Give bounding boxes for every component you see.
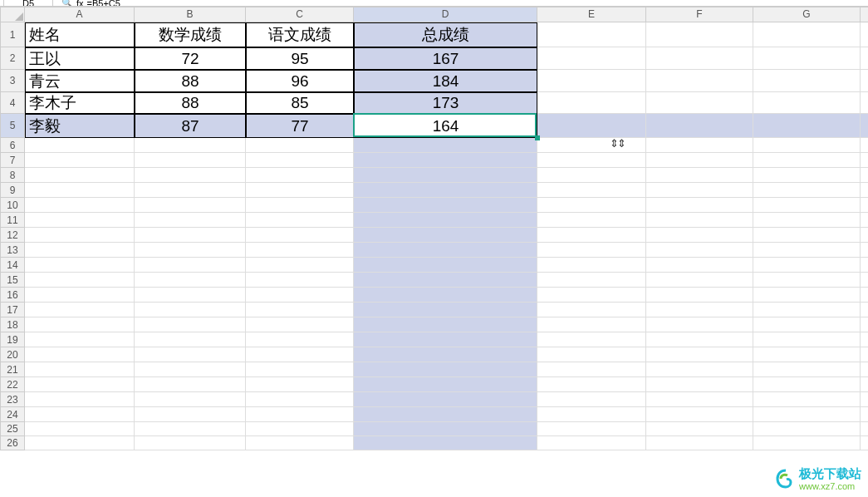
- cell-B3[interactable]: 88: [135, 70, 246, 92]
- cell-E24[interactable]: [537, 407, 646, 422]
- cell-D22[interactable]: [354, 377, 537, 392]
- cell-B18[interactable]: [135, 317, 246, 332]
- cell-E7[interactable]: [537, 153, 646, 168]
- cell-G14[interactable]: [753, 258, 861, 273]
- row-header-11[interactable]: 11: [0, 213, 25, 228]
- spreadsheet-grid[interactable]: ABCDEFGH 1234567891011121314151617181920…: [0, 7, 868, 450]
- cell-C26[interactable]: [246, 436, 354, 450]
- cell-G4[interactable]: [753, 92, 861, 114]
- cell-B21[interactable]: [135, 362, 246, 377]
- cell-G10[interactable]: [753, 198, 861, 213]
- cell-F7[interactable]: [646, 153, 753, 168]
- cell-E25[interactable]: [537, 422, 646, 436]
- cell-C13[interactable]: [246, 243, 354, 258]
- cell-E9[interactable]: [537, 183, 646, 198]
- cell-A12[interactable]: [25, 228, 135, 243]
- cell-D10[interactable]: [354, 198, 537, 213]
- cell-A10[interactable]: [25, 198, 135, 213]
- cell-H15[interactable]: [861, 273, 868, 288]
- cell-B20[interactable]: [135, 347, 246, 362]
- cell-H19[interactable]: [861, 332, 868, 347]
- name-box[interactable]: D5: [3, 0, 53, 7]
- cell-E12[interactable]: [537, 228, 646, 243]
- cell-D8[interactable]: [354, 168, 537, 183]
- cell-D26[interactable]: [354, 436, 537, 450]
- cell-A16[interactable]: [25, 288, 135, 303]
- row-header-14[interactable]: 14: [0, 258, 25, 273]
- cell-A19[interactable]: [25, 332, 135, 347]
- cell-D17[interactable]: [354, 303, 537, 317]
- cell-C25[interactable]: [246, 422, 354, 436]
- row-header-4[interactable]: 4: [0, 92, 25, 114]
- cell-B16[interactable]: [135, 288, 246, 303]
- cell-C21[interactable]: [246, 362, 354, 377]
- col-header-E[interactable]: E: [537, 7, 646, 22]
- cell-E3[interactable]: [537, 70, 646, 92]
- col-header-F[interactable]: F: [646, 7, 753, 22]
- cell-H6[interactable]: [861, 138, 868, 153]
- cell-E20[interactable]: [537, 347, 646, 362]
- cell-C12[interactable]: [246, 228, 354, 243]
- row-header-15[interactable]: 15: [0, 273, 25, 288]
- cell-B1[interactable]: 数学成绩: [135, 22, 246, 47]
- cell-C24[interactable]: [246, 407, 354, 422]
- cell-D20[interactable]: [354, 347, 537, 362]
- cell-B25[interactable]: [135, 422, 246, 436]
- cell-D23[interactable]: [354, 392, 537, 407]
- cell-C6[interactable]: [246, 138, 354, 153]
- cell-G15[interactable]: [753, 273, 861, 288]
- cell-A17[interactable]: [25, 303, 135, 317]
- cell-A14[interactable]: [25, 258, 135, 273]
- cell-H12[interactable]: [861, 228, 868, 243]
- cell-H26[interactable]: [861, 436, 868, 450]
- cell-G12[interactable]: [753, 228, 861, 243]
- cell-D3[interactable]: 184: [354, 70, 537, 92]
- cell-H8[interactable]: [861, 168, 868, 183]
- cell-A24[interactable]: [25, 407, 135, 422]
- cell-F8[interactable]: [646, 168, 753, 183]
- cell-F22[interactable]: [646, 377, 753, 392]
- cell-G8[interactable]: [753, 168, 861, 183]
- cell-B19[interactable]: [135, 332, 246, 347]
- cell-D14[interactable]: [354, 258, 537, 273]
- cell-C23[interactable]: [246, 392, 354, 407]
- cell-A22[interactable]: [25, 377, 135, 392]
- cell-D4[interactable]: 173: [354, 92, 537, 114]
- cell-B15[interactable]: [135, 273, 246, 288]
- row-header-9[interactable]: 9: [0, 183, 25, 198]
- cell-H14[interactable]: [861, 258, 868, 273]
- cell-F2[interactable]: [646, 47, 753, 70]
- cell-A3[interactable]: 青云: [25, 70, 135, 92]
- cell-H18[interactable]: [861, 317, 868, 332]
- cell-G25[interactable]: [753, 422, 861, 436]
- cell-F3[interactable]: [646, 70, 753, 92]
- row-header-23[interactable]: 23: [0, 392, 25, 407]
- cell-H4[interactable]: [861, 92, 868, 114]
- cell-E19[interactable]: [537, 332, 646, 347]
- cell-G26[interactable]: [753, 436, 861, 450]
- row-header-12[interactable]: 12: [0, 228, 25, 243]
- cell-G3[interactable]: [753, 70, 861, 92]
- cell-F26[interactable]: [646, 436, 753, 450]
- cell-D25[interactable]: [354, 422, 537, 436]
- cell-B9[interactable]: [135, 183, 246, 198]
- cell-G13[interactable]: [753, 243, 861, 258]
- cell-F19[interactable]: [646, 332, 753, 347]
- cell-G24[interactable]: [753, 407, 861, 422]
- cell-G17[interactable]: [753, 303, 861, 317]
- cell-G5[interactable]: [753, 114, 861, 138]
- cell-C1[interactable]: 语文成绩: [246, 22, 354, 47]
- cell-C17[interactable]: [246, 303, 354, 317]
- cell-C20[interactable]: [246, 347, 354, 362]
- cell-C11[interactable]: [246, 213, 354, 228]
- row-header-3[interactable]: 3: [0, 70, 25, 92]
- cell-E26[interactable]: [537, 436, 646, 450]
- cell-H2[interactable]: [861, 47, 868, 70]
- cell-B13[interactable]: [135, 243, 246, 258]
- cell-B10[interactable]: [135, 198, 246, 213]
- cell-D16[interactable]: [354, 288, 537, 303]
- col-header-A[interactable]: A: [25, 7, 135, 22]
- cell-C19[interactable]: [246, 332, 354, 347]
- col-header-H[interactable]: H: [861, 7, 868, 22]
- cell-C18[interactable]: [246, 317, 354, 332]
